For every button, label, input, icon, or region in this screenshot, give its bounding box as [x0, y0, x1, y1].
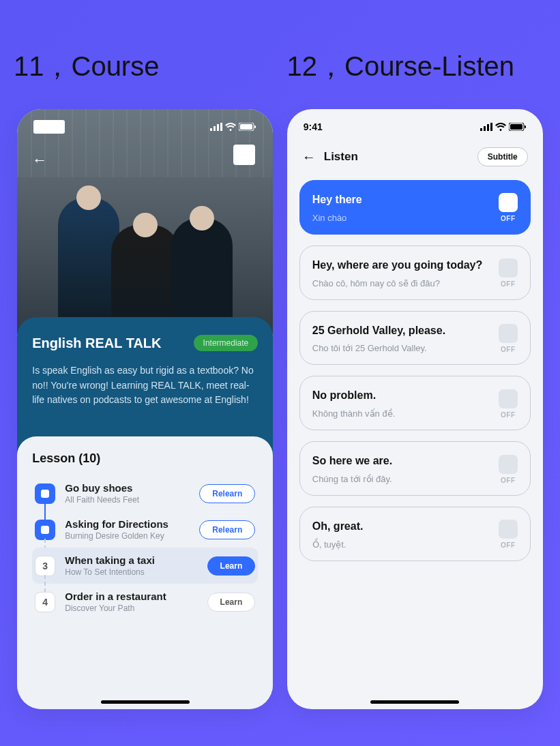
- screen-labels: 11，Course 12，Course-Listen: [0, 48, 560, 85]
- lesson-subtitle: How To Set Intentions: [65, 567, 197, 577]
- back-button[interactable]: ←: [302, 149, 316, 165]
- svg-rect-6: [254, 125, 256, 128]
- svg-rect-7: [480, 128, 482, 131]
- toggle-box-icon: [499, 520, 518, 539]
- home-indicator[interactable]: [101, 700, 190, 704]
- svg-rect-10: [490, 123, 492, 131]
- listen-translation: Xin chào: [312, 213, 489, 223]
- listen-translation: Không thành vấn đề.: [312, 408, 489, 419]
- learn-button[interactable]: Learn: [207, 593, 256, 612]
- lesson-step: 4: [35, 592, 55, 612]
- card-toggle[interactable]: OFF: [499, 324, 518, 353]
- label-course-listen: 12，Course-Listen: [280, 48, 547, 85]
- lesson-row[interactable]: Go buy shoesAll Faith Needs FeetRelearn: [32, 475, 258, 511]
- wifi-icon: [225, 123, 236, 131]
- lesson-step: 3: [35, 556, 55, 576]
- status-indicators: [480, 123, 527, 131]
- phone-listen: 9:41 ← Listen Subtitle Hey thereXin chào…: [287, 109, 543, 709]
- lesson-name: Go buy shoes: [65, 482, 190, 494]
- course-title: English REAL TALK: [32, 335, 161, 351]
- lesson-subtitle: All Faith Needs Feet: [65, 495, 190, 505]
- wifi-icon: [495, 123, 506, 131]
- listen-card[interactable]: 25 Gerhold Valley, please.Cho tôi tới 25…: [299, 311, 531, 365]
- status-time-placeholder: [33, 120, 65, 134]
- back-button[interactable]: ←: [32, 151, 47, 169]
- card-toggle[interactable]: OFF: [499, 389, 518, 419]
- status-time: 9:41: [304, 121, 323, 132]
- toggle-box-icon: [499, 324, 518, 343]
- course-description: Is speak English as easy but rigid as a …: [32, 363, 258, 408]
- listen-title: Listen: [324, 150, 358, 164]
- card-toggle[interactable]: OFF: [499, 520, 518, 549]
- toggle-box-icon: [499, 258, 518, 278]
- listen-card[interactable]: Hey thereXin chàoOFF: [299, 180, 531, 235]
- signal-icon: [210, 123, 222, 131]
- toggle-label: OFF: [501, 541, 516, 549]
- lesson-row[interactable]: Asking for DirectionsBurning Desire Gold…: [32, 511, 258, 548]
- svg-rect-0: [210, 128, 212, 131]
- listen-english: No problem.: [312, 389, 489, 403]
- toggle-box-icon: [499, 455, 518, 474]
- relearn-button[interactable]: Relearn: [199, 520, 255, 539]
- listen-translation: Chúng ta tới rồi đây.: [312, 474, 489, 484]
- toggle-label: OFF: [501, 215, 516, 222]
- lesson-name: When taking a taxi: [65, 554, 197, 566]
- signal-icon: [480, 123, 492, 131]
- lesson-name: Order in a restaurant: [65, 591, 197, 602]
- listen-card[interactable]: So here we are.Chúng ta tới rồi đây.OFF: [299, 441, 531, 496]
- status-indicators: [210, 123, 256, 131]
- toggle-box-icon: [499, 193, 518, 212]
- battery-icon: [239, 123, 256, 131]
- lesson-subtitle: Burning Desire Golden Key: [65, 531, 190, 541]
- lesson-step: [35, 483, 55, 504]
- status-bar: [17, 113, 273, 140]
- svg-rect-5: [240, 124, 252, 130]
- card-toggle[interactable]: OFF: [499, 455, 518, 484]
- listen-english: Hey, where are you going today?: [312, 258, 489, 273]
- relearn-button[interactable]: Relearn: [199, 484, 255, 503]
- toggle-label: OFF: [501, 346, 516, 353]
- svg-rect-2: [217, 124, 219, 131]
- lesson-step: [35, 520, 55, 540]
- listen-card[interactable]: No problem.Không thành vấn đề.OFF: [299, 376, 531, 430]
- svg-rect-8: [484, 126, 486, 131]
- svg-rect-9: [487, 124, 489, 131]
- svg-rect-3: [220, 123, 222, 131]
- listen-card[interactable]: Oh, great.Ồ, tuyệt.OFF: [299, 507, 531, 561]
- learn-button[interactable]: Learn: [207, 556, 256, 576]
- lesson-name: Asking for Directions: [65, 518, 190, 530]
- svg-rect-1: [213, 126, 216, 131]
- level-badge: Intermediate: [194, 335, 259, 351]
- listen-card[interactable]: Hey, where are you going today?Chào cô, …: [299, 245, 531, 300]
- listen-english: So here we are.: [312, 454, 489, 468]
- svg-rect-12: [510, 124, 522, 130]
- phone-course: ← English REAL TALK Intermediate Is spea…: [17, 109, 273, 709]
- toggle-label: OFF: [501, 411, 516, 419]
- listen-translation: Ồ, tuyệt.: [312, 539, 489, 550]
- toggle-label: OFF: [501, 477, 516, 484]
- menu-placeholder[interactable]: [233, 145, 255, 165]
- card-toggle[interactable]: OFF: [499, 258, 518, 288]
- lessons-panel: Lesson (10) Go buy shoesAll Faith Needs …: [17, 436, 273, 709]
- toggle-box-icon: [499, 389, 518, 408]
- subtitle-button[interactable]: Subtitle: [477, 147, 528, 166]
- lesson-row[interactable]: 3When taking a taxiHow To Set Intentions…: [32, 548, 258, 584]
- listen-english: Hey there: [312, 193, 489, 207]
- listen-translation: Cho tôi tới 25 Gerhold Valley.: [312, 343, 489, 353]
- toggle-label: OFF: [501, 280, 516, 288]
- battery-icon: [509, 123, 527, 131]
- listen-english: 25 Gerhold Valley, please.: [312, 324, 489, 338]
- listen-translation: Chào cô, hôm nay cô sẽ đi đâu?: [312, 278, 489, 288]
- listen-cards: Hey thereXin chàoOFFHey, where are you g…: [287, 175, 543, 567]
- card-toggle[interactable]: OFF: [499, 193, 518, 222]
- course-hero-image: ←: [17, 109, 273, 334]
- label-course: 11，Course: [14, 48, 280, 85]
- home-indicator[interactable]: [370, 700, 459, 704]
- lessons-header: Lesson (10): [32, 451, 258, 466]
- listen-english: Oh, great.: [312, 520, 489, 534]
- status-bar: 9:41: [287, 113, 543, 140]
- lesson-subtitle: Discover Your Path: [65, 603, 197, 613]
- svg-rect-13: [525, 125, 526, 128]
- lesson-row[interactable]: 4Order in a restaurantDiscover Your Path…: [32, 584, 258, 620]
